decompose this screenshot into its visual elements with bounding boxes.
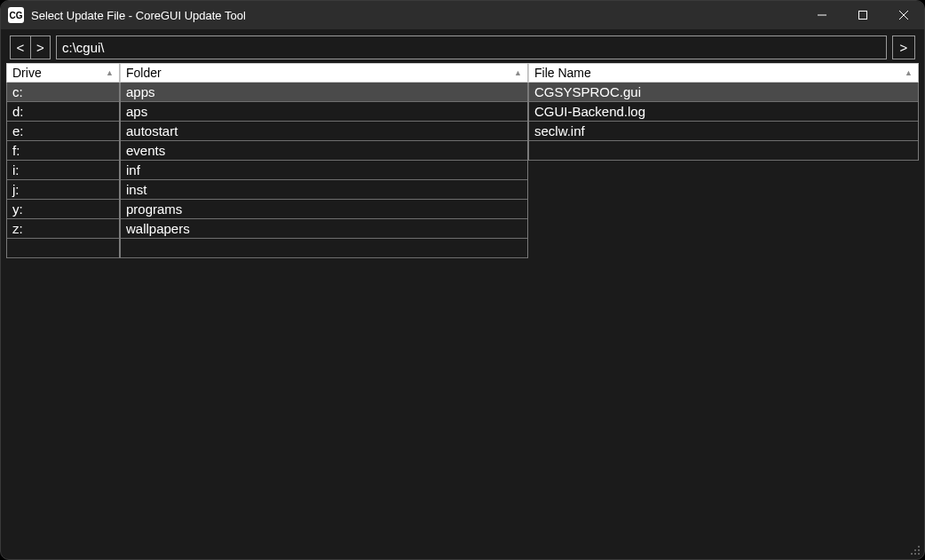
folder-row[interactable]: apps — [121, 83, 527, 102]
app-window: CG Select Update File - CoreGUI Update T… — [0, 0, 925, 560]
sort-asc-icon: ▲ — [514, 68, 522, 77]
sort-asc-icon: ▲ — [106, 68, 114, 77]
file-column: File Name ▲ CGSYSPROC.guiCGUI-Backend.lo… — [528, 63, 919, 554]
folder-row[interactable]: aps — [121, 102, 527, 122]
folder-row[interactable]: programs — [121, 200, 527, 219]
sort-asc-icon: ▲ — [905, 68, 913, 77]
folder-row-empty — [121, 239, 527, 258]
browser-panes: Drive ▲ c:d:e:f:i:j:y:z: Folder ▲ appsap… — [1, 63, 924, 559]
nav-back-button[interactable]: < — [11, 36, 30, 59]
svg-point-6 — [918, 553, 920, 555]
svg-point-1 — [918, 546, 920, 548]
drive-header[interactable]: Drive ▲ — [6, 63, 120, 83]
drive-row[interactable]: e: — [7, 122, 119, 141]
go-button[interactable]: > — [892, 35, 915, 59]
app-icon: CG — [8, 7, 24, 23]
path-input[interactable] — [56, 35, 887, 59]
maximize-button[interactable] — [842, 1, 883, 29]
nav-forward-button[interactable]: > — [30, 36, 50, 59]
file-row[interactable]: seclw.inf — [529, 122, 918, 141]
file-row-empty — [529, 141, 918, 161]
folder-rows: appsapsautostarteventsinfinstprogramswal… — [120, 83, 528, 258]
drive-row[interactable]: c: — [7, 83, 119, 102]
folder-row[interactable]: wallpapers — [121, 219, 527, 239]
file-header[interactable]: File Name ▲ — [528, 63, 919, 83]
folder-row[interactable]: inf — [121, 161, 527, 180]
titlebar: CG Select Update File - CoreGUI Update T… — [1, 1, 924, 29]
folder-column: Folder ▲ appsapsautostarteventsinfinstpr… — [120, 63, 528, 554]
drive-row[interactable]: i: — [7, 161, 119, 180]
resize-grip-icon — [908, 543, 921, 556]
svg-point-3 — [918, 549, 920, 551]
file-row[interactable]: CGUI-Backend.log — [529, 102, 918, 122]
folder-header-label: Folder — [126, 66, 162, 80]
resize-grip[interactable] — [908, 543, 921, 556]
drive-row[interactable]: d: — [7, 102, 119, 122]
drive-row[interactable]: z: — [7, 219, 119, 239]
drive-row[interactable]: f: — [7, 141, 119, 161]
file-header-label: File Name — [534, 66, 591, 80]
svg-point-5 — [914, 553, 916, 555]
drive-rows: c:d:e:f:i:j:y:z: — [6, 83, 120, 258]
folder-header[interactable]: Folder ▲ — [120, 63, 528, 83]
drive-row[interactable]: y: — [7, 200, 119, 219]
svg-point-4 — [911, 553, 913, 555]
window-title: Select Update File - CoreGUI Update Tool — [31, 9, 246, 22]
minimize-button[interactable] — [802, 1, 842, 29]
drive-header-label: Drive — [12, 66, 42, 80]
toolbar: < > > — [1, 29, 924, 63]
drive-row-empty — [7, 239, 119, 258]
maximize-icon — [858, 11, 867, 20]
svg-point-2 — [914, 549, 916, 551]
folder-row[interactable]: inst — [121, 180, 527, 200]
file-row[interactable]: CGSYSPROC.gui — [529, 83, 918, 102]
close-icon — [899, 11, 908, 20]
file-rows: CGSYSPROC.guiCGUI-Backend.logseclw.inf — [528, 83, 919, 161]
nav-group: < > — [10, 35, 51, 59]
svg-rect-0 — [859, 12, 867, 20]
close-button[interactable] — [883, 1, 924, 29]
folder-row[interactable]: autostart — [121, 122, 527, 141]
folder-row[interactable]: events — [121, 141, 527, 161]
drive-row[interactable]: j: — [7, 180, 119, 200]
drive-column: Drive ▲ c:d:e:f:i:j:y:z: — [6, 63, 120, 554]
minimize-icon — [818, 11, 826, 20]
